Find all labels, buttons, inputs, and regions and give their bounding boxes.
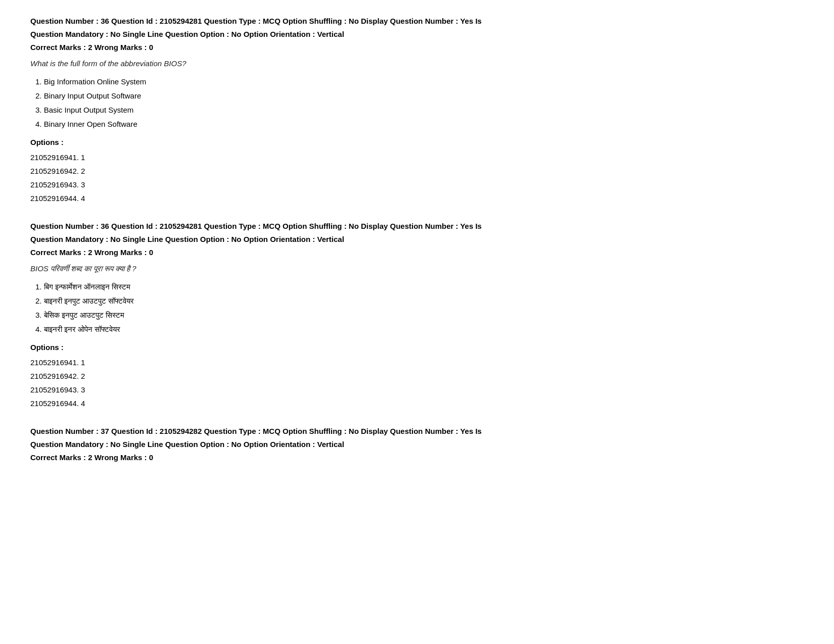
option-1-36hi: 1. बिग इन्फार्मेशन ऑनलाइन सिस्टम [35,281,804,293]
correct-marks-37: Correct Marks : 2 Wrong Marks : 0 [30,452,804,464]
question-block-37: Question Number : 37 Question Id : 21052… [30,425,804,464]
option-4-36en: 4. Binary Inner Open Software [35,118,804,130]
question-block-36-hi: Question Number : 36 Question Id : 21052… [30,220,804,410]
option-id-2-36en: 21052916942. 2 [30,164,804,178]
option-ids-36hi: 21052916941. 1 21052916942. 2 2105291694… [30,356,804,410]
correct-marks-36en: Correct Marks : 2 Wrong Marks : 0 [30,41,804,54]
question-header-line1-37: Question Number : 37 Question Id : 21052… [30,425,804,437]
option-id-3-36en: 21052916943. 3 [30,178,804,191]
questions-container: Question Number : 36 Question Id : 21052… [30,15,804,464]
option-id-3-36hi: 21052916943. 3 [30,383,804,397]
option-1-36en: 1. Big Information Online System [35,76,804,88]
question-header-line2-36en: Question Mandatory : No Single Line Ques… [30,28,804,40]
option-id-1-36en: 21052916941. 1 [30,151,804,164]
option-ids-36en: 21052916941. 1 21052916942. 2 2105291694… [30,151,804,205]
question-header-line1-36en: Question Number : 36 Question Id : 21052… [30,15,804,27]
question-header-line2-36hi: Question Mandatory : No Single Line Ques… [30,233,804,245]
options-list-36en: 1. Big Information Online System 2. Bina… [30,76,804,130]
option-4-36hi: 4. बाइनरी इनर ओपेन सॉफ्टवेयर [35,323,804,335]
question-text-36hi: BIOS परिवर्णी शब्द का पूरा रूप क्या है ? [30,263,804,275]
question-text-36en: What is the full form of the abbreviatio… [30,58,804,70]
option-id-4-36en: 21052916944. 4 [30,191,804,205]
question-header-line1-36hi: Question Number : 36 Question Id : 21052… [30,220,804,232]
options-list-36hi: 1. बिग इन्फार्मेशन ऑनलाइन सिस्टम 2. बाइन… [30,281,804,335]
option-id-1-36hi: 21052916941. 1 [30,356,804,369]
question-header-line2-37: Question Mandatory : No Single Line Ques… [30,438,804,451]
correct-marks-36hi: Correct Marks : 2 Wrong Marks : 0 [30,246,804,259]
option-id-4-36hi: 21052916944. 4 [30,397,804,410]
option-2-36en: 2. Binary Input Output Software [35,90,804,102]
options-label-36hi: Options : [30,341,804,354]
options-label-36en: Options : [30,136,804,148]
option-2-36hi: 2. बाइनरी इनपुट आउटपुट सॉफ्टवेयर [35,295,804,307]
option-3-36en: 3. Basic Input Output System [35,104,804,116]
option-id-2-36hi: 21052916942. 2 [30,369,804,383]
question-block-36-en: Question Number : 36 Question Id : 21052… [30,15,804,205]
option-3-36hi: 3. बेसिक इनपुट आउटपुट सिस्टम [35,309,804,321]
